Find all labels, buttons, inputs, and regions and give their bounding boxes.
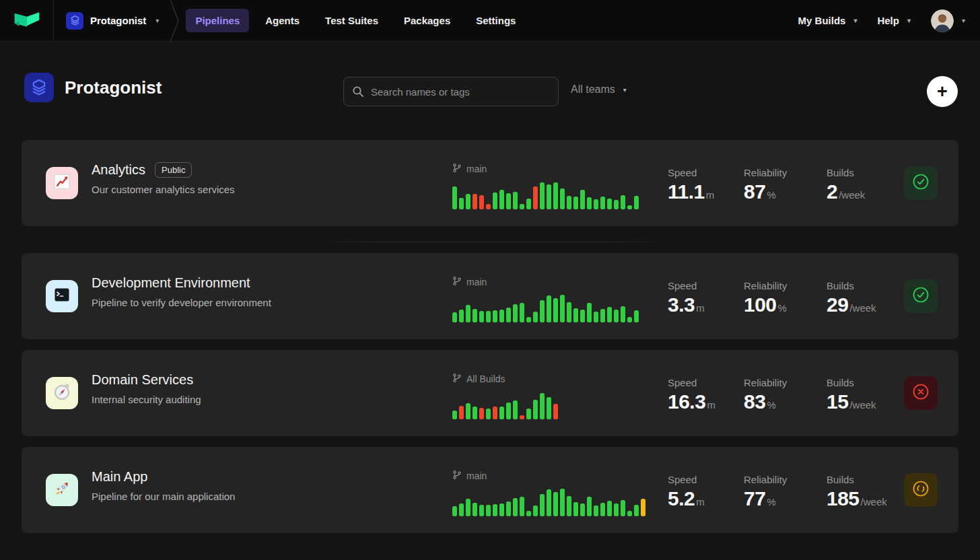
build-bar[interactable]	[479, 505, 484, 516]
build-bar[interactable]	[526, 199, 531, 209]
build-bar[interactable]	[493, 310, 497, 322]
pipeline-card[interactable]: Domain Services Internal security auditi…	[22, 350, 958, 436]
help-menu[interactable]: Help ▾	[877, 15, 911, 26]
build-bar[interactable]	[486, 505, 491, 516]
pipeline-name-link[interactable]: Main App	[92, 469, 147, 485]
build-bar[interactable]	[567, 302, 571, 322]
pipeline-card[interactable]: Development Environment Pipeline to veri…	[22, 253, 958, 339]
build-bar[interactable]	[466, 403, 470, 419]
build-bar[interactable]	[547, 397, 551, 419]
build-bar[interactable]	[607, 307, 612, 322]
build-bar[interactable]	[573, 502, 578, 516]
tab-agents[interactable]: Agents	[256, 9, 309, 32]
pipeline-name-link[interactable]: Analytics	[92, 162, 145, 178]
build-bar[interactable]	[473, 503, 477, 516]
build-bar[interactable]	[540, 494, 545, 516]
build-bar[interactable]	[533, 400, 538, 419]
build-bar[interactable]	[479, 311, 484, 322]
build-bar[interactable]	[506, 501, 511, 516]
build-bar[interactable]	[587, 497, 592, 516]
build-bar[interactable]	[452, 312, 457, 322]
build-bar[interactable]	[533, 312, 538, 322]
build-bar[interactable]	[547, 184, 551, 209]
build-bar[interactable]	[600, 197, 605, 209]
build-bar[interactable]	[567, 496, 571, 516]
build-bar[interactable]	[634, 196, 639, 209]
org-switcher[interactable]: Protagonist ▾	[54, 0, 170, 41]
build-status-chip[interactable]	[904, 279, 938, 313]
build-bar[interactable]	[473, 407, 477, 419]
build-bar[interactable]	[594, 505, 598, 516]
build-bar[interactable]	[580, 190, 585, 209]
tab-pipelines[interactable]: Pipelines	[186, 9, 249, 32]
build-bar[interactable]	[594, 199, 598, 209]
build-bar[interactable]	[547, 295, 551, 322]
build-bar[interactable]	[600, 309, 605, 322]
build-bar[interactable]	[493, 193, 497, 209]
build-bar[interactable]	[513, 498, 518, 516]
build-bar[interactable]	[553, 298, 558, 322]
build-bar[interactable]	[547, 489, 551, 516]
build-bar[interactable]	[520, 415, 524, 419]
user-menu[interactable]: ▾	[931, 9, 965, 32]
new-pipeline-button[interactable]: +	[927, 76, 958, 107]
build-bar[interactable]	[466, 305, 470, 322]
build-bar[interactable]	[573, 308, 578, 322]
build-bar[interactable]	[607, 199, 612, 209]
tab-settings[interactable]: Settings	[466, 9, 525, 32]
search-input[interactable]	[343, 77, 559, 106]
build-bar[interactable]	[553, 492, 558, 516]
pipeline-card[interactable]: Analytics Public Our customer analytics …	[22, 140, 958, 226]
build-bar[interactable]	[594, 312, 598, 322]
build-status-chip[interactable]	[904, 166, 938, 200]
build-bar[interactable]	[506, 308, 511, 322]
build-bar[interactable]	[506, 403, 511, 419]
build-bar[interactable]	[614, 503, 619, 516]
build-bar[interactable]	[493, 407, 497, 419]
build-bar[interactable]	[520, 303, 524, 322]
teams-filter-dropdown[interactable]: All teams ▾	[571, 83, 627, 96]
build-bar[interactable]	[553, 182, 558, 209]
build-bar[interactable]	[540, 393, 545, 419]
build-bar[interactable]	[473, 309, 477, 322]
build-status-chip[interactable]	[904, 376, 938, 410]
build-bar[interactable]	[466, 194, 470, 209]
build-bar[interactable]	[479, 408, 484, 419]
build-bar[interactable]	[580, 310, 585, 322]
build-bar[interactable]	[540, 182, 545, 209]
build-bar[interactable]	[466, 499, 470, 516]
build-bar[interactable]	[486, 311, 491, 322]
build-bar[interactable]	[614, 200, 619, 209]
my-builds-menu[interactable]: My Builds ▾	[798, 15, 858, 26]
build-bar[interactable]	[452, 186, 457, 209]
build-bar[interactable]	[459, 503, 464, 516]
build-bar[interactable]	[627, 511, 632, 516]
build-bar[interactable]	[580, 503, 585, 516]
pipeline-name-link[interactable]: Development Environment	[92, 275, 250, 291]
build-bar[interactable]	[526, 409, 531, 419]
build-bar[interactable]	[560, 188, 565, 210]
build-bar[interactable]	[520, 204, 524, 209]
build-bar[interactable]	[513, 304, 518, 322]
build-bar[interactable]	[520, 497, 524, 516]
build-bar[interactable]	[533, 505, 538, 516]
build-status-chip[interactable]	[904, 473, 938, 507]
build-bar[interactable]	[499, 503, 504, 516]
build-bar[interactable]	[499, 310, 504, 322]
build-bar[interactable]	[560, 489, 565, 516]
build-bar[interactable]	[513, 400, 518, 419]
tab-packages[interactable]: Packages	[394, 9, 460, 32]
build-bar[interactable]	[452, 506, 457, 516]
buildkite-logo[interactable]	[0, 0, 54, 41]
tab-test-suites[interactable]: Test Suites	[316, 9, 388, 32]
build-bar[interactable]	[634, 310, 639, 322]
build-bar[interactable]	[533, 186, 538, 209]
build-bar[interactable]	[607, 501, 612, 516]
build-bar[interactable]	[499, 190, 504, 209]
build-bar[interactable]	[634, 505, 639, 516]
build-bar[interactable]	[553, 404, 558, 419]
build-bar[interactable]	[587, 197, 592, 209]
build-bar[interactable]	[621, 195, 625, 209]
build-bar[interactable]	[499, 407, 504, 419]
build-bar[interactable]	[459, 406, 464, 419]
